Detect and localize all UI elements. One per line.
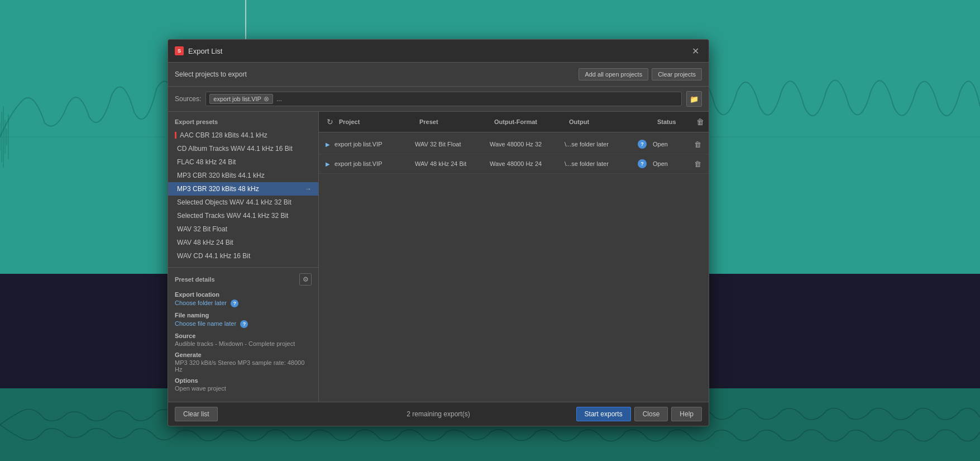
row-2-question-icon[interactable]: ? bbox=[638, 159, 647, 168]
preset-item-mp3-48[interactable]: MP3 CBR 320 kBits 48 kHz → bbox=[168, 182, 318, 196]
preset-item-aac[interactable]: AAC CBR 128 kBits 44.1 kHz bbox=[168, 129, 318, 142]
source-tag-name: export job list.VIP bbox=[213, 96, 261, 102]
export-location-label: Export location bbox=[175, 291, 312, 298]
sources-more-button[interactable]: ... bbox=[276, 95, 282, 103]
help-button[interactable]: Help bbox=[671, 407, 702, 421]
file-naming-row: File naming Choose file name later ? bbox=[175, 312, 312, 328]
presets-section-title: Export presets bbox=[168, 116, 318, 129]
sources-label: Sources: bbox=[175, 95, 201, 103]
preset-item-sel-obj[interactable]: Selected Objects WAV 44.1 kHz 32 Bit bbox=[168, 196, 318, 209]
export-list-dialog: S Export List ✕ Select projects to expor… bbox=[168, 39, 709, 426]
footer-center: 2 remaining export(s) bbox=[351, 410, 527, 418]
row-2-project: export job list.VIP bbox=[334, 160, 413, 167]
source-tag-close-icon[interactable]: ⊗ bbox=[264, 96, 269, 102]
options-row: Options Open wave project bbox=[175, 377, 312, 392]
row-1-status: Open bbox=[653, 141, 689, 148]
dialog-titlebar: S Export List ✕ bbox=[168, 40, 709, 63]
file-naming-help-icon[interactable]: ? bbox=[240, 320, 248, 328]
preset-details-header: Preset details ⚙ bbox=[175, 273, 312, 286]
preset-item-wav-48[interactable]: WAV 48 kHz 24 Bit bbox=[168, 236, 318, 249]
generate-row: Generate MP3 320 kBit/s Stereo MP3 sampl… bbox=[175, 351, 312, 373]
preset-item-mp3-48-label: MP3 CBR 320 kBits 48 kHz bbox=[177, 185, 259, 193]
preset-item-flac-label: FLAC 48 kHz 24 Bit bbox=[177, 158, 236, 166]
refresh-button[interactable]: ↻ bbox=[323, 115, 337, 129]
clear-list-button[interactable]: Clear list bbox=[175, 407, 218, 421]
table-row: ▶ export job list.VIP WAV 48 kHz 24 Bit … bbox=[319, 154, 709, 174]
row-2-format: Wave 48000 Hz 24 bbox=[490, 160, 562, 167]
table-header: ↻ Project Preset Output-Format Output St… bbox=[319, 112, 709, 132]
preset-item-sel-trk[interactable]: Selected Tracks WAV 44.1 kHz 32 Bit bbox=[168, 209, 318, 222]
row-1-format: Wave 48000 Hz 32 bbox=[490, 141, 562, 148]
preset-details-section: Preset details ⚙ Export location Choose … bbox=[168, 267, 318, 402]
preset-arrow-icon: → bbox=[305, 185, 312, 193]
sources-tags-container[interactable]: export job list.VIP ⊗ ... bbox=[205, 92, 682, 106]
row-2-output: \...se folder later bbox=[565, 160, 632, 167]
table-body: ▶ export job list.VIP WAV 32 Bit Float W… bbox=[319, 132, 709, 402]
export-location-value[interactable]: Choose folder later bbox=[175, 300, 227, 306]
project-selection-header: Select projects to export Add all open p… bbox=[168, 63, 709, 87]
dialog-title: Export List bbox=[188, 47, 222, 55]
row-2-status-icon[interactable]: ? bbox=[634, 159, 651, 168]
row-1-project: export job list.VIP bbox=[334, 141, 413, 148]
remaining-exports-text: 2 remaining export(s) bbox=[407, 410, 470, 418]
preset-item-sel-obj-label: Selected Objects WAV 44.1 kHz 32 Bit bbox=[177, 198, 291, 206]
project-header-buttons: Add all open projects Clear projects bbox=[579, 68, 702, 80]
preset-item-wav-32-label: WAV 32 Bit Float bbox=[177, 225, 227, 233]
preset-item-cd-label: CD Album Tracks WAV 44.1 kHz 16 Bit bbox=[177, 145, 293, 153]
preset-item-flac[interactable]: FLAC 48 kHz 24 Bit bbox=[168, 155, 318, 169]
dialog-footer: Clear list 2 remaining export(s) Start e… bbox=[168, 402, 709, 426]
file-naming-label: File naming bbox=[175, 312, 312, 319]
dialog-title-left: S Export List bbox=[175, 46, 222, 55]
export-location-row: Export location Choose folder later ? bbox=[175, 291, 312, 307]
preset-item-aac-left: AAC CBR 128 kBits 44.1 kHz bbox=[177, 131, 267, 139]
left-panel: Export presets AAC CBR 128 kBits 44.1 kH… bbox=[168, 112, 319, 402]
start-exports-button[interactable]: Start exports bbox=[576, 407, 631, 421]
row-2-preset: WAV 48 kHz 24 Bit bbox=[415, 160, 487, 167]
row-1-output: \...se folder later bbox=[565, 141, 632, 148]
options-label: Options bbox=[175, 377, 312, 384]
folder-icon: 📁 bbox=[690, 95, 699, 103]
preset-item-mp3-44[interactable]: MP3 CBR 320 kBits 44.1 kHz bbox=[168, 169, 318, 182]
delete-all-rows-button[interactable]: 🗑 bbox=[696, 117, 704, 126]
row-2-status: Open bbox=[653, 160, 689, 167]
row-play-button-1[interactable]: ▶ bbox=[323, 141, 332, 148]
add-all-open-projects-button[interactable]: Add all open projects bbox=[579, 68, 648, 80]
col-header-output-format: Output-Format bbox=[494, 118, 567, 125]
row-play-button-2[interactable]: ▶ bbox=[323, 161, 332, 167]
preset-item-cd[interactable]: CD Album Tracks WAV 44.1 kHz 16 Bit bbox=[168, 142, 318, 155]
preset-item-wav-cd-label: WAV CD 44.1 kHz 16 Bit bbox=[177, 252, 250, 260]
col-header-preset: Preset bbox=[419, 118, 492, 125]
table-row: ▶ export job list.VIP WAV 32 Bit Float W… bbox=[319, 135, 709, 154]
preset-item-wav-cd[interactable]: WAV CD 44.1 kHz 16 Bit bbox=[168, 249, 318, 263]
app-icon: S bbox=[175, 46, 184, 55]
export-location-help-icon[interactable]: ? bbox=[231, 300, 238, 307]
footer-left: Clear list bbox=[175, 407, 351, 421]
file-naming-value[interactable]: Choose file name later bbox=[175, 320, 236, 327]
presets-section: Export presets AAC CBR 128 kBits 44.1 kH… bbox=[168, 112, 318, 267]
source-tag[interactable]: export job list.VIP ⊗ bbox=[209, 94, 273, 104]
sources-folder-button[interactable]: 📁 bbox=[686, 91, 702, 107]
col-header-status: Status bbox=[657, 118, 694, 125]
preset-item-wav-32[interactable]: WAV 32 Bit Float bbox=[168, 222, 318, 236]
generate-value: MP3 320 kBit/s Stereo MP3 sample rate: 4… bbox=[175, 359, 312, 373]
close-button[interactable]: Close bbox=[634, 407, 668, 421]
sources-row: Sources: export job list.VIP ⊗ ... 📁 bbox=[168, 87, 709, 112]
preset-item-wav-48-label: WAV 48 kHz 24 Bit bbox=[177, 239, 233, 246]
preset-indicator bbox=[175, 132, 176, 139]
options-value: Open wave project bbox=[175, 385, 312, 392]
project-selection-label: Select projects to export bbox=[175, 70, 247, 78]
row-1-question-icon[interactable]: ? bbox=[638, 140, 647, 149]
row-1-delete-button[interactable]: 🗑 bbox=[691, 137, 704, 151]
generate-label: Generate bbox=[175, 351, 312, 358]
source-label: Source bbox=[175, 332, 312, 339]
col-header-output: Output bbox=[569, 118, 636, 125]
row-2-delete-button[interactable]: 🗑 bbox=[691, 157, 704, 170]
close-dialog-button[interactable]: ✕ bbox=[689, 44, 702, 58]
source-value: Audible tracks - Mixdown - Complete proj… bbox=[175, 340, 312, 347]
clear-projects-button[interactable]: Clear projects bbox=[652, 68, 702, 80]
right-panel: ↻ Project Preset Output-Format Output St… bbox=[319, 112, 709, 402]
preset-item-aac-label: AAC CBR 128 kBits 44.1 kHz bbox=[180, 131, 267, 139]
preset-details-gear-button[interactable]: ⚙ bbox=[299, 273, 312, 286]
preset-item-mp3-44-label: MP3 CBR 320 kBits 44.1 kHz bbox=[177, 172, 265, 179]
row-1-status-icon[interactable]: ? bbox=[634, 140, 651, 149]
